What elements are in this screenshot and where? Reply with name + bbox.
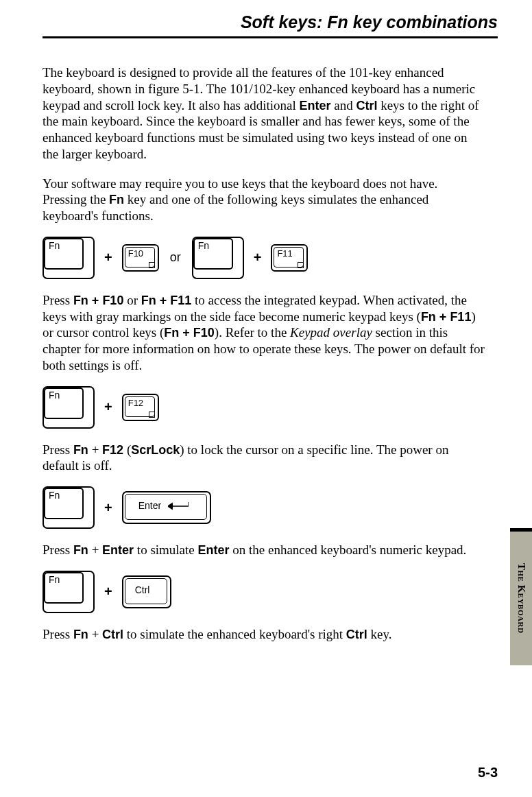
text: + [88, 543, 102, 557]
key-label: Fn [49, 390, 60, 401]
text-bold: ScrLock [131, 443, 180, 457]
or-label: or [170, 250, 181, 265]
key-fn: Fn [43, 571, 95, 613]
text-bold: Ctrl [356, 99, 377, 112]
section-1-text: Press Fn + F10 or Fn + F11 to access the… [43, 292, 485, 374]
page-section-title: Soft keys: Fn key combinations [43, 12, 498, 32]
key-fn: Fn [43, 237, 95, 279]
key-label: Fn [49, 240, 60, 251]
key-combo-fn-enter: Fn + Enter [43, 486, 498, 529]
text: Press [43, 293, 73, 307]
text-bold: Enter [198, 543, 230, 557]
chapter-side-tab-label: The Keyboard [516, 563, 527, 633]
page-number: 5-3 [478, 765, 498, 781]
key-label: Fn [49, 490, 60, 501]
intro-paragraph-2: Your software may require you to use key… [43, 176, 485, 224]
key-f11: F11 [271, 244, 308, 272]
key-label: Fn [49, 574, 60, 585]
key-label: F11 [277, 248, 292, 259]
text: + [88, 627, 102, 641]
key-sub-icon [298, 262, 304, 268]
text-bold: Fn + F11 [141, 294, 192, 307]
text: ). Refer to the [215, 325, 290, 340]
section-3-text: Press Fn + Enter to simulate Enter on th… [43, 542, 485, 558]
text: ( [123, 442, 131, 457]
key-combo-fn-f10-f11: Fn + F10 or Fn + F11 [43, 237, 498, 279]
text: to simulate the enhanced keyboard's righ… [123, 627, 346, 641]
key-label: Fn [198, 240, 209, 251]
text-bold: Fn + F10 [164, 326, 215, 340]
key-fn: Fn [192, 237, 244, 279]
text-bold: Ctrl [346, 628, 367, 641]
key-ctrl: Ctrl [122, 575, 171, 608]
text-bold: Ctrl [102, 628, 123, 641]
text-bold: Fn [109, 193, 124, 206]
text-bold: Fn [73, 628, 88, 641]
key-combo-fn-ctrl: Fn + Ctrl [43, 571, 498, 613]
key-label: F10 [128, 248, 143, 259]
text: on the enhanced keyboard's numeric keypa… [230, 543, 467, 557]
key-f12: F12 [122, 394, 159, 421]
text: and [330, 98, 356, 112]
text: key. [367, 627, 392, 641]
section-4-text: Press Fn + Ctrl to simulate the enhanced… [43, 626, 485, 643]
text: or [123, 293, 141, 307]
key-sub-icon [149, 412, 155, 418]
intro-paragraph-1: The keyboard is designed to provide all … [43, 64, 485, 163]
plus-icon: + [104, 584, 112, 599]
text: Press [43, 442, 73, 457]
key-label: Ctrl [135, 584, 150, 595]
text-bold: Enter [299, 99, 330, 112]
chapter-side-tab: The Keyboard [510, 528, 532, 665]
key-label: F12 [128, 398, 143, 408]
plus-icon: + [104, 500, 112, 516]
text-bold: Enter [102, 543, 134, 557]
header-divider [43, 36, 498, 38]
key-fn: Fn [43, 486, 95, 529]
text-bold: Fn [73, 543, 88, 557]
key-f10: F10 [122, 244, 159, 272]
text: to simulate [134, 543, 197, 557]
plus-icon: + [104, 250, 112, 265]
text-bold: F12 [102, 443, 123, 457]
key-combo-fn-f12: Fn + F12 [43, 386, 498, 429]
text: Press [43, 543, 73, 557]
text-italic: Keypad overlay [290, 325, 372, 340]
text: + [88, 442, 102, 457]
section-2-text: Press Fn + F12 (ScrLock) to lock the cur… [43, 442, 485, 475]
key-sub-icon [149, 262, 155, 268]
enter-arrow-icon [168, 502, 189, 510]
text-bold: Fn + F11 [421, 310, 472, 324]
key-fn: Fn [43, 386, 95, 429]
plus-icon: + [104, 399, 112, 415]
text-bold: Fn + F10 [73, 294, 124, 307]
text-bold: Fn [73, 443, 88, 457]
key-label: Enter [138, 500, 161, 511]
plus-icon: + [254, 250, 262, 265]
text: Press [43, 627, 73, 641]
key-enter: Enter [122, 491, 211, 524]
